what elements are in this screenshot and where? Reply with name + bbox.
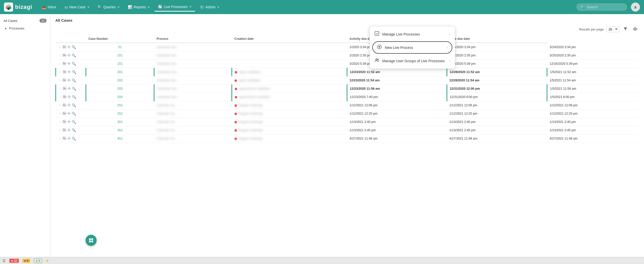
table-row: ☆ 🔍 301Calen [56, 118, 639, 126]
case-info-icon[interactable] [63, 120, 66, 124]
star-button[interactable]: ☆ [58, 78, 62, 83]
case-number[interactable]: 203 [117, 87, 123, 90]
table-row: ☆ 🔍 202Indiv [56, 76, 639, 85]
dropdown-item-manage[interactable]: Manage Live Processes › [370, 28, 455, 40]
case-info-icon[interactable] [63, 62, 66, 66]
manage-live-processes-label: Manage Live Processes [382, 32, 446, 36]
star-icon[interactable]: ★ [46, 258, 49, 263]
process-diagram-icon[interactable] [67, 103, 71, 108]
case-info-icon[interactable] [63, 78, 66, 83]
case-number[interactable]: 301 [117, 120, 123, 124]
case-info-icon[interactable] [63, 112, 66, 116]
case-number[interactable]: 51 [118, 45, 122, 49]
search-case-icon[interactable]: 🔍 [72, 103, 76, 107]
nav-admin[interactable]: ⚙️ Admin ▼ [196, 3, 223, 11]
case-due-date: 1/13/2021 2:45 pm [547, 126, 639, 135]
menu-icon[interactable]: ☰ [3, 259, 6, 263]
activity-name: Agent validation [238, 79, 261, 82]
case-info-icon[interactable] [63, 95, 66, 99]
search-case-icon[interactable]: 🔍 [72, 137, 76, 141]
process-diagram-icon[interactable] [67, 53, 71, 58]
fab-button[interactable] [86, 235, 97, 246]
new-case-icon: 🗂 [64, 5, 68, 9]
svg-rect-7 [63, 46, 64, 46]
svg-point-123 [68, 139, 69, 140]
case-info-icon[interactable] [63, 45, 66, 49]
star-button[interactable]: ☆ [58, 136, 62, 141]
star-button[interactable]: ☆ [59, 70, 62, 74]
results-per-page-label: Results per page [579, 27, 604, 31]
status-dot [234, 129, 237, 132]
case-due-date: 1/5/2021 6:00 pm [547, 93, 639, 101]
main-content: All Cases Results per page 10 20 50 100 [50, 14, 644, 257]
process-diagram-icon[interactable] [67, 78, 71, 83]
case-info-icon[interactable] [63, 137, 66, 141]
search-case-icon[interactable]: 🔍 [72, 70, 76, 74]
search-case-icon[interactable]: 🔍 [72, 62, 76, 66]
nav-queries[interactable]: 🔍 Queries ▼ [94, 3, 123, 11]
star-button[interactable]: ☆ [59, 86, 62, 91]
star-button[interactable]: ☆ [58, 45, 62, 49]
search-case-icon[interactable]: 🔍 [72, 78, 76, 82]
star-button[interactable]: ☆ [58, 111, 62, 116]
dropdown-item-manage-groups[interactable]: Manage User Groups of Live Processes › [370, 55, 455, 67]
visibility-button[interactable] [631, 26, 639, 32]
process-diagram-icon[interactable] [67, 62, 71, 66]
star-button[interactable]: ☆ [58, 120, 62, 124]
case-number[interactable]: 101 [117, 54, 123, 57]
svg-point-101 [68, 120, 69, 121]
search-case-icon[interactable]: 🔍 [72, 45, 76, 49]
case-info-icon[interactable] [63, 53, 66, 58]
svg-rect-9 [63, 47, 65, 47]
case-info-icon[interactable] [63, 87, 66, 91]
nav-inbox[interactable]: 📥 Inbox [38, 3, 60, 11]
case-info-icon[interactable] [63, 128, 66, 133]
dropdown-item-new-live-process[interactable]: New Live Process › [372, 41, 452, 54]
nav-live-processes[interactable]: 🔄 Live Processes ▼ [154, 3, 195, 12]
activity-name: Regular meetings [238, 104, 263, 107]
process-diagram-icon[interactable] [67, 137, 71, 141]
case-number[interactable]: 451 [117, 137, 123, 140]
svg-rect-89 [63, 114, 65, 114]
nav-reports[interactable]: 📊 Reports ▼ [124, 3, 153, 11]
search-box[interactable]: 🔍 [577, 4, 627, 11]
svg-point-93 [68, 114, 69, 115]
star-button[interactable]: ☆ [58, 53, 62, 58]
search-input[interactable] [587, 5, 622, 9]
case-number[interactable]: 204 [117, 95, 123, 99]
case-info-icon[interactable] [63, 103, 66, 108]
case-number[interactable]: 252 [117, 112, 123, 115]
star-button[interactable]: ☆ [58, 61, 62, 66]
process-diagram-icon[interactable] [67, 120, 71, 124]
results-per-page-select[interactable]: 10 20 50 100 [606, 26, 619, 32]
process-diagram-icon[interactable] [67, 128, 71, 133]
search-case-icon[interactable]: 🔍 [72, 53, 76, 57]
case-number[interactable]: 151 [117, 62, 123, 65]
case-number[interactable]: 201 [117, 70, 123, 74]
user-avatar[interactable]: A [631, 3, 640, 12]
app-logo[interactable]: bizagi [4, 3, 32, 12]
process-diagram-icon[interactable] [67, 70, 71, 74]
nav-new-case[interactable]: 🗂 New Case ▼ [61, 3, 93, 11]
star-button[interactable]: ☆ [58, 128, 62, 133]
case-info-icon[interactable] [63, 70, 66, 74]
manage-live-processes-icon [374, 31, 379, 37]
search-case-icon[interactable]: 🔍 [72, 95, 76, 99]
filter-button[interactable] [622, 26, 629, 32]
svg-point-30 [67, 63, 68, 64]
svg-point-113 [68, 130, 69, 131]
search-case-icon[interactable]: 🔍 [72, 128, 76, 132]
star-button[interactable]: ☆ [59, 95, 62, 99]
search-case-icon[interactable]: 🔍 [72, 120, 76, 124]
sidebar-item-processes[interactable]: ▶ Processes [0, 25, 50, 32]
search-case-icon[interactable]: 🔍 [72, 87, 76, 91]
case-number[interactable]: 251 [117, 104, 123, 107]
process-diagram-icon[interactable] [67, 95, 71, 99]
process-diagram-icon[interactable] [67, 112, 71, 116]
case-number[interactable]: 202 [117, 79, 123, 82]
process-diagram-icon[interactable] [67, 45, 71, 49]
star-button[interactable]: ☆ [58, 103, 62, 108]
case-number[interactable]: 351 [117, 128, 123, 132]
process-diagram-icon[interactable] [67, 87, 71, 91]
search-case-icon[interactable]: 🔍 [72, 112, 76, 116]
